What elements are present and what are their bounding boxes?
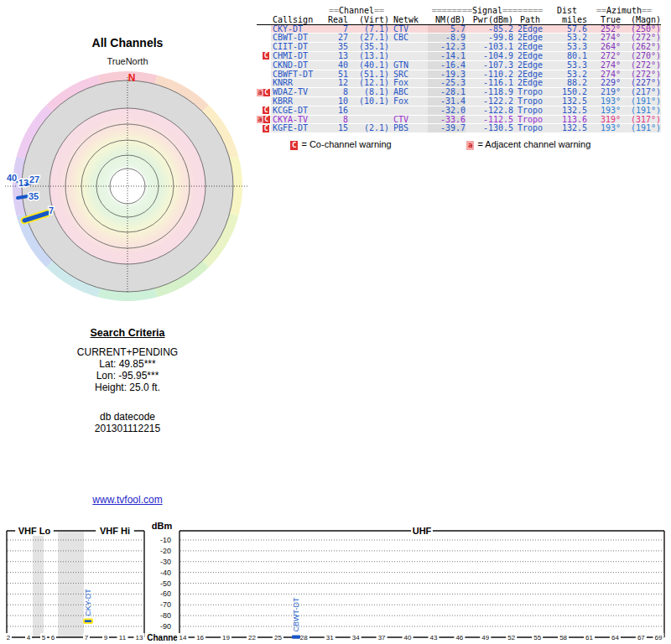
cell-tr: 193° bbox=[587, 106, 621, 116]
cell-pa: 2Edge bbox=[513, 61, 547, 70]
warning-markers: C bbox=[257, 52, 271, 61]
uhf-panel-frame bbox=[179, 531, 664, 637]
channel-tick-label: 14 bbox=[179, 634, 187, 641]
channel-tick-label: 55 bbox=[533, 634, 541, 641]
cell-re: 16 bbox=[324, 106, 348, 116]
adjacent-channel-warning-icon: a bbox=[257, 116, 263, 123]
cell-mg: (191°) bbox=[621, 124, 661, 133]
polar-rings bbox=[5, 71, 248, 301]
co-channel-warning-icon: C bbox=[263, 52, 269, 60]
cell-ne: CBC bbox=[389, 34, 428, 43]
channel-tick-label: 37 bbox=[378, 634, 386, 641]
cell-mi: 132.5 bbox=[547, 106, 587, 116]
dbm-tick-label: -70 bbox=[160, 600, 171, 609]
channel-marker-line bbox=[18, 196, 28, 198]
channel-tick-label: 16 bbox=[196, 634, 204, 641]
cell-pa: Tropo bbox=[513, 124, 547, 133]
channel-marker-label: 35 bbox=[29, 191, 39, 201]
cell-cs: CKND-DT bbox=[271, 61, 324, 70]
table-rows: CKY-DT7(7.1)CTV5.7-85.22Edge57.6252°(250… bbox=[257, 25, 661, 134]
channel-tick-label: 52 bbox=[507, 634, 515, 641]
channel-spectrum-chart: -10-20-30-40-50-60-70-80-90VHF LoVHF HiU… bbox=[0, 520, 671, 644]
cell-mg: (272°) bbox=[621, 61, 661, 70]
spectrum-panels: -10-20-30-40-50-60-70-80-90VHF LoVHF HiU… bbox=[5, 521, 664, 642]
channel-tick-label: 6 bbox=[51, 634, 55, 641]
cell-cs: KGFE-DT bbox=[271, 124, 324, 133]
cell-ne bbox=[389, 106, 428, 116]
channel-tick-label: 49 bbox=[481, 634, 489, 641]
cell-vi: (40.1) bbox=[348, 61, 389, 70]
search-criteria-title: Search Criteria bbox=[27, 327, 228, 339]
search-mode: CURRENT+PENDING bbox=[27, 346, 228, 358]
search-criteria: Search Criteria CURRENT+PENDING Lat: 49.… bbox=[27, 327, 228, 434]
cell-pw: -130.5 bbox=[466, 124, 513, 133]
station-label: CKY-DT bbox=[84, 589, 92, 616]
search-height: Height: 25.0 ft. bbox=[27, 382, 228, 393]
table-row: CKGFE-DT15(2.1)PBS-39.7-130.5Tropo132.51… bbox=[257, 124, 661, 133]
adjacent-channel-warning-icon: a bbox=[466, 141, 474, 150]
dbm-tick-label: -10 bbox=[160, 536, 171, 544]
channel-tick-label: 31 bbox=[326, 634, 334, 641]
channel-tick-label: 2 bbox=[7, 634, 11, 641]
signal-table: ==Channel== ========Signal======== Dist … bbox=[257, 7, 661, 133]
cell-nm: -39.7 bbox=[428, 124, 466, 133]
channel-tick-label: 9 bbox=[104, 634, 108, 641]
cell-tr: 193° bbox=[587, 124, 621, 133]
warning-markers: C bbox=[257, 106, 271, 116]
channel-tick-label: 69 bbox=[655, 634, 663, 641]
channel-tick-label: 5 bbox=[42, 634, 46, 641]
dbm-tick-label: -90 bbox=[160, 622, 171, 631]
channel-tick-label: 13 bbox=[136, 634, 143, 641]
dbm-tick-label: -20 bbox=[160, 547, 171, 555]
channel-tick-label: 19 bbox=[222, 634, 230, 641]
cell-vi: (2.1) bbox=[348, 124, 389, 133]
channel-tick-label: 46 bbox=[455, 634, 463, 641]
warning-markers bbox=[257, 79, 271, 88]
cell-mg: (191°) bbox=[621, 106, 661, 116]
dbm-tick-label: -80 bbox=[160, 611, 171, 620]
db-datecode-value: 201301112215 bbox=[27, 423, 228, 434]
warning-markers bbox=[257, 43, 271, 52]
dbm-tick-label: -40 bbox=[160, 569, 171, 577]
tvfool-link[interactable]: www.tvfool.com bbox=[92, 494, 162, 506]
vhf-shade-band bbox=[58, 532, 84, 637]
north-marker: N bbox=[128, 72, 136, 84]
channel-tick-label: 28 bbox=[300, 634, 308, 641]
cell-vi: (10.1) bbox=[348, 97, 389, 106]
co-channel-warning-icon: C bbox=[263, 125, 269, 132]
co-channel-warning-icon: C bbox=[263, 116, 270, 123]
warning-markers bbox=[257, 70, 271, 80]
warning-markers bbox=[257, 25, 271, 34]
adjacent-channel-legend: a= Adjacent channel warning bbox=[466, 139, 590, 150]
true-north-label: TrueNorth bbox=[107, 56, 148, 66]
cell-pw: -107.3 bbox=[466, 61, 513, 70]
co-channel-warning-icon: C bbox=[290, 141, 298, 150]
warning-markers bbox=[257, 97, 271, 106]
tvfool-report-page: All Channels TrueNorth N 401327357 ==Cha… bbox=[0, 0, 671, 644]
station-signal-bar bbox=[84, 620, 92, 623]
channel-tick-label: 4 bbox=[27, 634, 31, 641]
table-row: CKCGE-DT16-32.0-122.8Tropo132.5193°(191°… bbox=[257, 106, 661, 116]
search-lat: Lat: 49.85*** bbox=[27, 358, 228, 370]
co-channel-legend: C= Co-channel warning bbox=[290, 139, 392, 150]
uhf-label: UHF bbox=[413, 526, 432, 536]
cell-cs: KCGE-DT bbox=[271, 106, 324, 116]
channel-marker-label: 7 bbox=[49, 205, 54, 216]
search-lon: Lon: -95.95*** bbox=[27, 370, 228, 382]
station-label: CBWT-DT bbox=[292, 597, 300, 631]
cell-nm: -32.0 bbox=[428, 106, 466, 116]
cell-ne: Fox bbox=[389, 97, 428, 106]
cell-mi: 53.3 bbox=[547, 61, 587, 70]
channel-marker-label: 27 bbox=[29, 174, 39, 184]
channel-tick-label: 11 bbox=[119, 634, 127, 641]
dbm-axis-label: dBm bbox=[152, 521, 173, 531]
cell-re: 15 bbox=[324, 124, 348, 133]
dbm-tick-label: -30 bbox=[160, 558, 171, 566]
warning-markers: aC bbox=[257, 116, 271, 125]
warning-markers bbox=[257, 61, 271, 70]
cell-pa: Tropo bbox=[513, 106, 547, 116]
channel-tick-label: 58 bbox=[559, 634, 567, 641]
warning-markers bbox=[257, 34, 271, 43]
cell-vi bbox=[348, 106, 389, 116]
channel-tick-label: 34 bbox=[352, 634, 360, 641]
